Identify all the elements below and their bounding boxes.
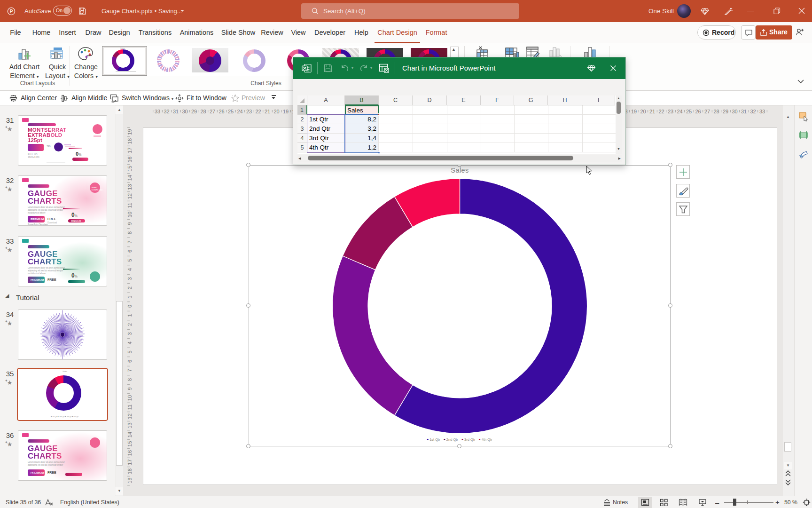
svg-text:P: P	[9, 8, 13, 14]
